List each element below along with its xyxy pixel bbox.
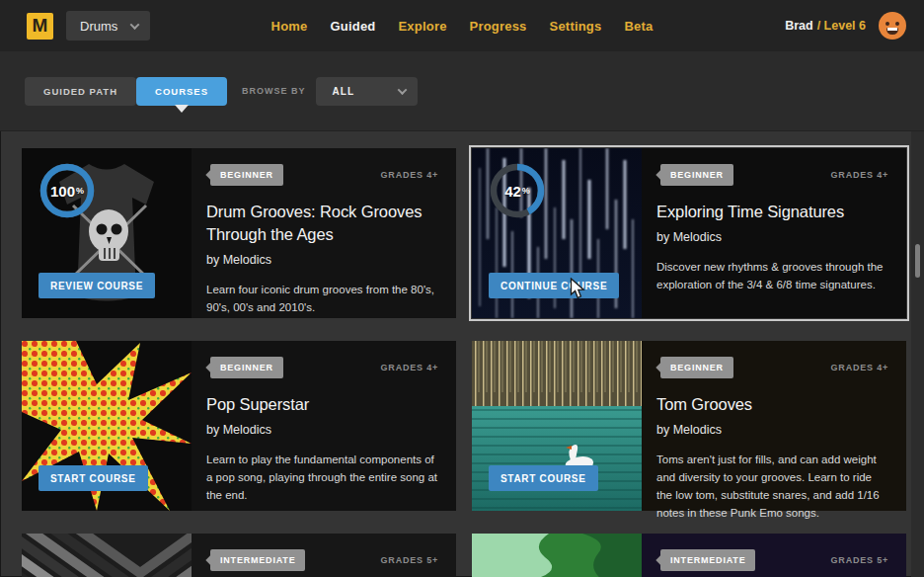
level-badge: BEGINNER bbox=[660, 164, 733, 186]
course-list: 100% REVIEW COURSE BEGINNER GRADES 4+ Dr… bbox=[0, 131, 924, 577]
chevron-down-icon bbox=[397, 85, 407, 95]
avatar-mouth-icon bbox=[886, 28, 898, 35]
course-description: Learn to play the fundamental components… bbox=[206, 452, 438, 504]
instrument-selector-value: Drums bbox=[80, 19, 117, 34]
melodics-logo[interactable]: M bbox=[27, 13, 53, 40]
course-card-body: BEGINNER GRADES 4+ Tom Grooves by Melodi… bbox=[642, 341, 906, 511]
course-author: by Melodics bbox=[656, 423, 888, 437]
avatar-eye-icon bbox=[886, 22, 889, 26]
browse-by-label: BROWSE BY bbox=[242, 86, 306, 96]
chevron-down-icon bbox=[130, 20, 140, 30]
tab-guided-path[interactable]: GUIDED PATH bbox=[25, 77, 136, 106]
percent-sign: % bbox=[522, 186, 530, 196]
course-title: Tom Grooves bbox=[656, 393, 888, 416]
course-artwork-skull-tshirt-image: 100% REVIEW COURSE bbox=[22, 148, 192, 318]
scrollbar-track[interactable] bbox=[911, 131, 924, 577]
user-avatar[interactable] bbox=[879, 12, 906, 40]
course-title: Exploring Time Signatures bbox=[656, 201, 888, 223]
continue-course-button[interactable]: CONTINUE COURSE bbox=[489, 273, 619, 298]
progress-percent-label: 100% bbox=[38, 162, 96, 219]
melodics-app-window: M Drums Home Guided Explore Progress Set… bbox=[0, 0, 924, 577]
level-badge: BEGINNER bbox=[210, 164, 283, 186]
course-author: by Melodics bbox=[206, 423, 438, 437]
user-level: / Level 6 bbox=[817, 19, 866, 33]
course-artwork-swan-lake-image: START COURSE bbox=[472, 341, 642, 511]
course-artwork-green-waves-image bbox=[472, 534, 642, 577]
filter-bar: GUIDED PATH COURSES BROWSE BY ALL bbox=[0, 51, 924, 131]
user-name: Brad bbox=[785, 19, 812, 33]
grades-label: GRADES 4+ bbox=[381, 170, 438, 180]
user-area[interactable]: Brad / Level 6 bbox=[785, 12, 906, 40]
course-description: Discover new rhythms & grooves through t… bbox=[656, 259, 888, 294]
nav-item-explore[interactable]: Explore bbox=[398, 19, 446, 34]
grades-label: GRADES 4+ bbox=[831, 363, 888, 372]
progress-percent-label: 42% bbox=[489, 162, 546, 219]
tab-courses[interactable]: COURSES bbox=[136, 77, 227, 106]
grades-label: GRADES 4+ bbox=[381, 363, 438, 372]
start-course-button[interactable]: START COURSE bbox=[38, 465, 148, 491]
nav-item-progress[interactable]: Progress bbox=[470, 19, 527, 34]
view-tabs: GUIDED PATH COURSES bbox=[25, 77, 227, 106]
course-card-body: BEGINNER GRADES 4+ Pop Superstar by Melo… bbox=[192, 341, 456, 511]
course-card-body: INTERMEDIATE GRADES 5+ bbox=[642, 534, 906, 577]
browse-by-dropdown-value: ALL bbox=[333, 86, 399, 97]
browse-by-dropdown[interactable]: ALL bbox=[316, 77, 418, 106]
level-badge: INTERMEDIATE bbox=[660, 549, 755, 571]
course-artwork-pop-art-starburst-image: START COURSE bbox=[22, 341, 192, 511]
course-card-tom-grooves[interactable]: START COURSE BEGINNER GRADES 4+ Tom Groo… bbox=[472, 341, 906, 511]
course-card-body: INTERMEDIATE GRADES 5+ bbox=[192, 534, 456, 577]
review-course-button[interactable]: REVIEW COURSE bbox=[38, 273, 155, 298]
scrollbar-thumb[interactable] bbox=[915, 244, 920, 278]
level-badge: INTERMEDIATE bbox=[210, 549, 305, 571]
percent-sign: % bbox=[76, 186, 84, 196]
nav-item-guided[interactable]: Guided bbox=[331, 19, 376, 34]
course-artwork-gray-chevrons-image bbox=[22, 534, 192, 577]
course-artwork-blue-light-streaks-image: 42% CONTINUE COURSE bbox=[472, 148, 642, 318]
main-nav: Home Guided Explore Progress Settings Be… bbox=[271, 19, 654, 34]
course-description: Learn four iconic drum grooves from the … bbox=[206, 282, 438, 317]
course-card-exploring-time-signatures[interactable]: 42% CONTINUE COURSE BEGINNER GRADES 4+ E… bbox=[472, 148, 906, 318]
course-card-partial[interactable]: INTERMEDIATE GRADES 5+ bbox=[22, 534, 456, 577]
level-badge: BEGINNER bbox=[210, 357, 283, 378]
course-title: Pop Superstar bbox=[206, 393, 438, 416]
grades-label: GRADES 5+ bbox=[831, 555, 888, 565]
course-author: by Melodics bbox=[206, 253, 438, 267]
grades-label: GRADES 5+ bbox=[381, 555, 438, 565]
course-card-body: BEGINNER GRADES 4+ Exploring Time Signat… bbox=[642, 148, 906, 318]
instrument-selector-dropdown[interactable]: Drums bbox=[66, 11, 150, 41]
level-badge: BEGINNER bbox=[660, 357, 733, 378]
course-description: Toms aren't just for fills, and can add … bbox=[656, 452, 888, 522]
course-author: by Melodics bbox=[656, 230, 888, 244]
top-navigation-bar: M Drums Home Guided Explore Progress Set… bbox=[0, 0, 924, 51]
course-card-body: BEGINNER GRADES 4+ Drum Grooves: Rock Gr… bbox=[192, 148, 456, 318]
nav-item-settings[interactable]: Settings bbox=[550, 19, 602, 34]
grades-label: GRADES 4+ bbox=[831, 170, 888, 180]
course-title: Drum Grooves: Rock Grooves Through the A… bbox=[206, 201, 438, 246]
avatar-eye-icon bbox=[895, 22, 899, 26]
progress-ring: 42% bbox=[489, 162, 546, 219]
start-course-button[interactable]: START COURSE bbox=[489, 465, 598, 491]
nav-item-beta[interactable]: Beta bbox=[624, 19, 653, 34]
course-card-partial[interactable]: INTERMEDIATE GRADES 5+ bbox=[472, 534, 906, 577]
nav-item-home[interactable]: Home bbox=[271, 19, 308, 34]
progress-ring: 100% bbox=[38, 162, 96, 219]
course-card-drum-grooves[interactable]: 100% REVIEW COURSE BEGINNER GRADES 4+ Dr… bbox=[22, 148, 456, 318]
course-card-pop-superstar[interactable]: START COURSE BEGINNER GRADES 4+ Pop Supe… bbox=[22, 341, 456, 511]
